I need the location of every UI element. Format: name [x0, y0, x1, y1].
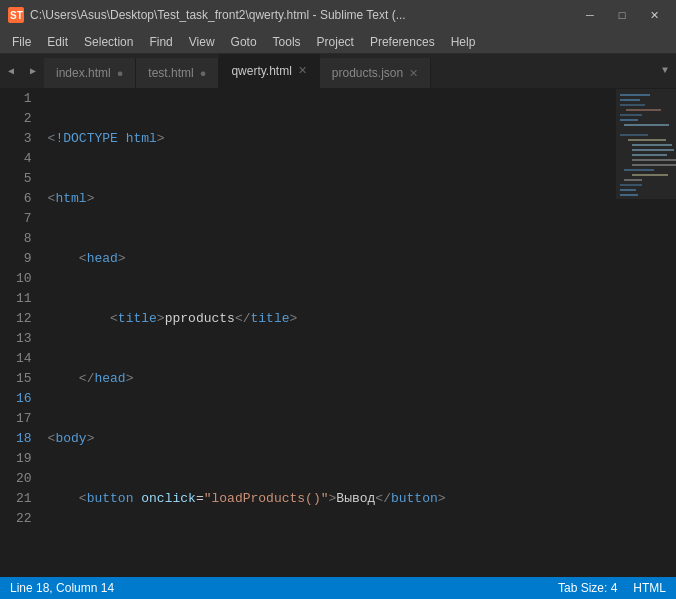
code-line-4: <title>pproducts</title> — [48, 309, 616, 329]
window-controls: ─ □ ✕ — [576, 5, 668, 25]
app-icon: ST — [8, 7, 24, 23]
menu-edit[interactable]: Edit — [39, 30, 76, 53]
tab-close-icon[interactable]: ✕ — [298, 65, 307, 76]
minimize-button[interactable]: ─ — [576, 5, 604, 25]
menu-file[interactable]: File — [4, 30, 39, 53]
maximize-button[interactable]: □ — [608, 5, 636, 25]
line-numbers: 1 2 3 4 5 6 7 8 9 10 11 12 13 14 15 16 1… — [0, 89, 44, 577]
menu-view[interactable]: View — [181, 30, 223, 53]
menu-help[interactable]: Help — [443, 30, 484, 53]
code-line-8 — [48, 549, 616, 569]
title-bar: ST C:\Users\Asus\Desktop\Test_task_front… — [0, 0, 676, 30]
tab-label: test.html — [148, 66, 193, 80]
tab-size[interactable]: Tab Size: 4 — [558, 581, 617, 595]
menu-tools[interactable]: Tools — [265, 30, 309, 53]
tab-products-json[interactable]: products.json ✕ — [320, 58, 431, 88]
editor: 1 2 3 4 5 6 7 8 9 10 11 12 13 14 15 16 1… — [0, 89, 676, 577]
tab-label: qwerty.html — [231, 64, 291, 78]
minimap[interactable] — [616, 89, 676, 577]
tab-prev-button[interactable]: ◀ — [0, 54, 22, 88]
code-line-5: </head> — [48, 369, 616, 389]
tab-qwerty-html[interactable]: qwerty.html ✕ — [219, 54, 319, 88]
status-left: Line 18, Column 14 — [10, 581, 114, 595]
tab-label: index.html — [56, 66, 111, 80]
svg-text:ST: ST — [10, 10, 23, 21]
cursor-position[interactable]: Line 18, Column 14 — [10, 581, 114, 595]
close-button[interactable]: ✕ — [640, 5, 668, 25]
code-line-1: <!DOCTYPE html> — [48, 129, 616, 149]
window-title: C:\Users\Asus\Desktop\Test_task_front2\q… — [30, 8, 576, 22]
menu-find[interactable]: Find — [141, 30, 180, 53]
code-line-3: <head> — [48, 249, 616, 269]
code-line-6: <body> — [48, 429, 616, 449]
language-mode[interactable]: HTML — [633, 581, 666, 595]
tab-close-icon[interactable]: ✕ — [409, 68, 418, 79]
tab-close-icon[interactable]: ● — [117, 68, 124, 79]
menu-goto[interactable]: Goto — [223, 30, 265, 53]
tab-bar: ◀ ▶ index.html ● test.html ● qwerty.html… — [0, 54, 676, 89]
tab-close-icon[interactable]: ● — [200, 68, 207, 79]
menu-selection[interactable]: Selection — [76, 30, 141, 53]
menu-project[interactable]: Project — [309, 30, 362, 53]
status-right: Tab Size: 4 HTML — [558, 581, 666, 595]
tab-next-button[interactable]: ▶ — [22, 54, 44, 88]
tab-index-html[interactable]: index.html ● — [44, 58, 136, 88]
code-line-2: <html> — [48, 189, 616, 209]
tab-overflow-button[interactable]: ▼ — [654, 54, 676, 88]
svg-rect-23 — [616, 89, 676, 199]
tab-label: products.json — [332, 66, 403, 80]
menu-preferences[interactable]: Preferences — [362, 30, 443, 53]
menu-bar: File Edit Selection Find View Goto Tools… — [0, 30, 676, 54]
code-line-7: <button onclick="loadProducts()">Вывод</… — [48, 489, 616, 509]
status-bar: Line 18, Column 14 Tab Size: 4 HTML — [0, 577, 676, 599]
tab-test-html[interactable]: test.html ● — [136, 58, 219, 88]
code-editor[interactable]: <!DOCTYPE html> <html> <head> <title>ppr… — [44, 89, 616, 577]
